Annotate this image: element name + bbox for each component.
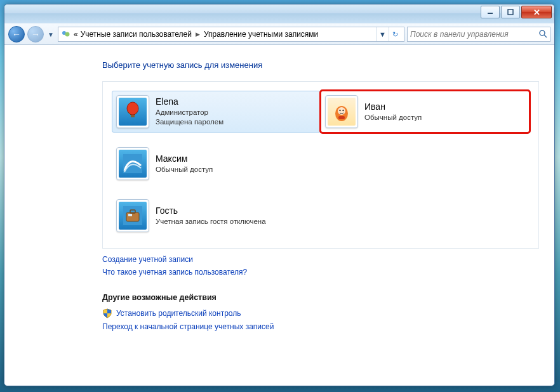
- account-name: Гость: [156, 205, 266, 217]
- link-parental-controls[interactable]: Установить родительский контроль: [116, 309, 241, 318]
- forward-icon: →: [31, 29, 40, 39]
- forward-button: →: [27, 26, 44, 42]
- minimize-icon: [487, 9, 493, 15]
- account-text: Максим Обычный доступ: [156, 153, 213, 174]
- account-name: Максим: [156, 153, 213, 165]
- svg-rect-19: [128, 214, 132, 216]
- svg-rect-14: [338, 116, 345, 119]
- avatar: [116, 147, 149, 180]
- svg-line-5: [544, 35, 547, 37]
- balloon-icon: [119, 98, 147, 126]
- address-right-controls: ▼ ↻: [376, 27, 401, 41]
- navbar: ← → ▼ « Учетные записи пользователей ▶ У…: [4, 23, 554, 45]
- svg-point-4: [540, 30, 545, 36]
- svg-rect-1: [508, 10, 513, 15]
- close-icon: ✕: [533, 8, 540, 17]
- accounts-grid: Elena Администратор Защищена паролем: [102, 81, 539, 249]
- avatar: [116, 95, 149, 128]
- history-dropdown[interactable]: ▼: [46, 31, 55, 38]
- breadcrumb-sep-icon: ▶: [194, 31, 201, 37]
- suitcase-icon: [119, 202, 147, 230]
- back-icon: ←: [12, 29, 21, 39]
- search-icon: [538, 29, 547, 40]
- account-name: Elena: [156, 96, 223, 108]
- account-role: Администратор: [156, 108, 223, 118]
- avatar: [325, 95, 358, 128]
- titlebar: ✕: [4, 4, 554, 23]
- account-text: Гость Учетная запись гостя отключена: [156, 205, 266, 226]
- coaster-icon: [119, 150, 147, 178]
- refresh-icon: ↻: [392, 30, 398, 39]
- account-role: Обычный доступ: [364, 113, 422, 123]
- back-button[interactable]: ←: [8, 26, 25, 42]
- account-role: Обычный доступ: [156, 165, 213, 175]
- address-dropdown[interactable]: ▼: [376, 27, 389, 41]
- shield-icon: [102, 308, 112, 318]
- account-name: Иван: [364, 101, 422, 113]
- link-what-is-account[interactable]: Что такое учетная запись пользователя?: [102, 268, 539, 277]
- account-item-elena[interactable]: Elena Администратор Защищена паролем: [112, 91, 321, 133]
- control-panel-icon: [61, 29, 71, 39]
- breadcrumb-item-1[interactable]: Учетные записи пользователей: [81, 30, 192, 39]
- breadcrumb-prefix: «: [74, 30, 78, 39]
- window: ✕ ← → ▼ « Учетные записи пользователей ▶…: [4, 4, 555, 386]
- search-input[interactable]: Поиск в панели управления: [407, 27, 550, 42]
- svg-rect-7: [131, 115, 135, 117]
- close-button[interactable]: ✕: [521, 6, 552, 18]
- account-item-guest[interactable]: Гость Учетная запись гостя отключена: [112, 195, 530, 237]
- doll-icon: [328, 98, 356, 126]
- svg-point-13: [342, 110, 343, 111]
- page-title: Выберите учетную запись для изменения: [102, 60, 539, 70]
- avatar: [116, 199, 149, 232]
- link-create-account[interactable]: Создание учетной записи: [102, 255, 539, 264]
- breadcrumb-item-2[interactable]: Управление учетными записями: [204, 30, 318, 39]
- content-area: Выберите учетную запись для изменения: [4, 45, 554, 386]
- account-text: Elena Администратор Защищена паролем: [156, 96, 223, 127]
- search-placeholder: Поиск в панели управления: [410, 30, 509, 39]
- links-group: Создание учетной записи Что такое учетна…: [102, 255, 539, 277]
- account-status: Защищена паролем: [156, 117, 223, 127]
- account-item-ivan[interactable]: Иван Обычный доступ: [321, 91, 530, 133]
- svg-point-3: [65, 32, 70, 37]
- refresh-button[interactable]: ↻: [389, 27, 401, 41]
- minimize-button[interactable]: [481, 6, 500, 18]
- account-role: Учетная запись гостя отключена: [156, 217, 266, 227]
- other-actions-heading: Другие возможные действия: [102, 293, 539, 302]
- account-text: Иван Обычный доступ: [364, 101, 422, 122]
- maximize-icon: [507, 9, 514, 15]
- account-item-maksim[interactable]: Максим Обычный доступ: [112, 143, 321, 185]
- address-bar[interactable]: « Учетные записи пользователей ▶ Управле…: [58, 27, 404, 42]
- link-accounts-home[interactable]: Переход к начальной странице учетных зап…: [102, 322, 539, 331]
- maximize-button[interactable]: [501, 6, 520, 18]
- svg-point-12: [339, 110, 340, 111]
